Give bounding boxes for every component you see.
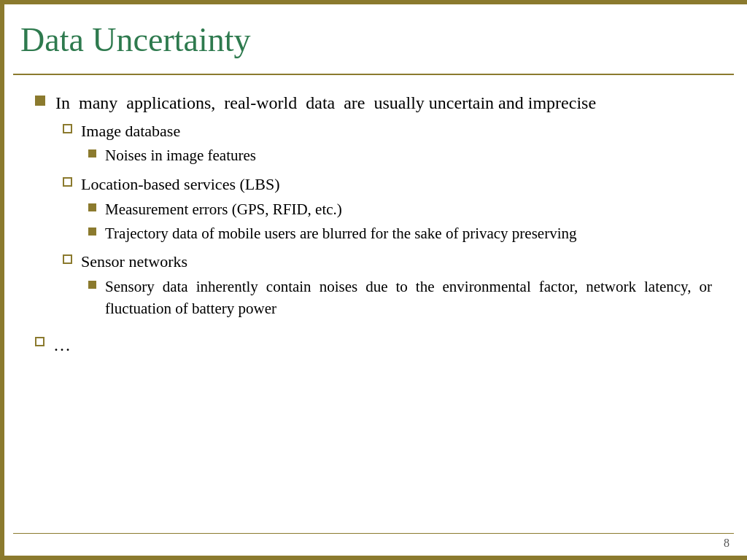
level3-list: Noises in image features: [88, 145, 712, 166]
list-item: …: [35, 333, 712, 358]
level2-text: Image database Noises in image features: [81, 120, 712, 170]
bullet-small-icon: [88, 203, 96, 211]
bullet-small-icon: [88, 149, 96, 158]
level3-text: Sensory data inherently contain noises d…: [105, 276, 712, 319]
page-number: 8: [724, 537, 729, 550]
bullet-square-icon: [35, 96, 45, 106]
list-item: Sensory data inherently contain noises d…: [88, 276, 712, 319]
slide-title: Data Uncertainty: [13, 7, 734, 75]
left-border: [0, 0, 4, 560]
bullet-outline-icon: [35, 337, 44, 346]
list-item: Sensor networks Sensory data inherently …: [63, 251, 712, 322]
level2-text: Location-based services (LBS) Measuremen…: [81, 174, 712, 248]
list-item: Location-based services (LBS) Measuremen…: [63, 174, 712, 248]
level3-text: Trajectory data of mobile users are blur…: [105, 223, 712, 244]
level3-text: Measurement errors (GPS, RFID, etc.): [105, 199, 712, 220]
bullet-outline-icon: [63, 254, 72, 264]
list-item: Image database Noises in image features: [63, 120, 712, 170]
slide: Data Uncertainty In many applications, r…: [0, 0, 747, 560]
list-item: Trajectory data of mobile users are blur…: [88, 223, 712, 244]
level2-list: Image database Noises in image features: [63, 120, 712, 322]
bullet-small-icon: [88, 228, 96, 236]
top-border: [0, 0, 747, 4]
ellipsis-text: …: [53, 333, 712, 358]
level1-text: In many applications, real-world data ar…: [55, 91, 712, 326]
level3-list: Measurement errors (GPS, RFID, etc.) Tra…: [88, 199, 712, 245]
list-item: Measurement errors (GPS, RFID, etc.): [88, 199, 712, 220]
body-content: In many applications, real-world data ar…: [13, 75, 734, 553]
bullet-outline-icon: [63, 124, 72, 133]
bullet-small-icon: [88, 281, 96, 289]
bullet-outline-icon: [63, 177, 72, 187]
bottom-line: [13, 533, 734, 534]
list-item: Noises in image features: [88, 145, 712, 166]
bottom-border: [0, 556, 747, 560]
list-item: In many applications, real-world data ar…: [35, 91, 712, 326]
level3-text: Noises in image features: [105, 145, 712, 166]
slide-content: Data Uncertainty In many applications, r…: [13, 7, 734, 553]
level3-list: Sensory data inherently contain noises d…: [88, 276, 712, 319]
level2-text: Sensor networks Sensory data inherently …: [81, 251, 712, 322]
